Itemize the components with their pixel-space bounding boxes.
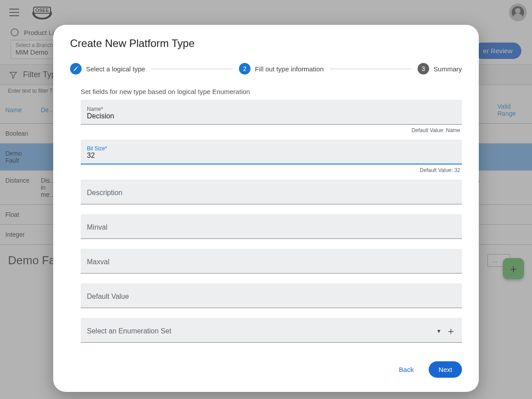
step-connector — [151, 69, 233, 69]
edit-icon — [70, 63, 82, 74]
step-2-badge: 2 — [239, 63, 250, 74]
bitsize-field-label: Bit Size* — [87, 145, 456, 152]
name-field[interactable]: Name* — [81, 100, 462, 125]
dialog-actions: Back Next — [70, 361, 462, 378]
default-value-field-label: Default Value — [87, 293, 456, 301]
form-intro: Set fields for new type based on logical… — [81, 88, 462, 95]
step-3-badge: 3 — [418, 63, 429, 74]
step-2-label: Fill out type information — [255, 65, 324, 73]
dialog-title: Create New Platform Type — [70, 37, 462, 50]
create-platform-type-dialog: Create New Platform Type Select a logica… — [53, 25, 479, 392]
name-input[interactable] — [87, 112, 456, 120]
description-field-label: Description — [87, 189, 456, 197]
maxval-field-label: Maxval — [87, 258, 456, 266]
enum-set-select[interactable]: Select an Enumeration Set ▼ ＋ — [81, 318, 462, 343]
step-1-label: Select a logical type — [86, 65, 145, 73]
maxval-field[interactable]: Maxval — [81, 249, 462, 274]
step-3-label: Summary — [434, 65, 462, 73]
minval-field-label: Minval — [87, 223, 456, 231]
back-button[interactable]: Back — [393, 362, 420, 377]
step-1[interactable]: Select a logical type — [70, 63, 145, 74]
bitsize-helper: Default Value: 32 — [81, 167, 462, 173]
chevron-down-icon[interactable]: ▼ — [436, 328, 442, 334]
dialog-form: Set fields for new type based on logical… — [70, 88, 462, 343]
description-field[interactable]: Description — [81, 180, 462, 204]
default-value-field[interactable]: Default Value — [81, 283, 462, 308]
enum-set-select-label: Select an Enumeration Set — [87, 327, 456, 335]
stepper: Select a logical type 2 Fill out type in… — [70, 63, 462, 74]
bitsize-field[interactable]: Bit Size* — [81, 140, 462, 164]
bitsize-input[interactable] — [87, 152, 456, 160]
step-2[interactable]: 2 Fill out type information — [239, 63, 324, 74]
name-field-label: Name* — [87, 106, 456, 112]
step-3[interactable]: 3 Summary — [418, 63, 462, 74]
next-button[interactable]: Next — [429, 361, 462, 378]
minval-field[interactable]: Minval — [81, 214, 462, 239]
add-enum-set-icon[interactable]: ＋ — [446, 325, 456, 338]
step-connector — [330, 69, 411, 69]
name-helper: Default Value: Name — [81, 127, 462, 133]
